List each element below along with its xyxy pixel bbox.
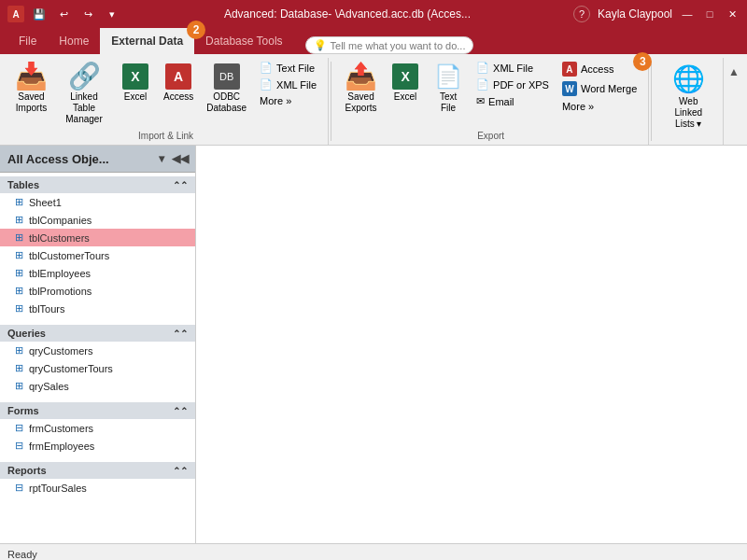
export-buttons: 📤 SavedExports X Excel 📄 TextFile 📄 XML … xyxy=(339,60,642,129)
forms-toggle[interactable]: ⌃⌃ xyxy=(173,406,188,416)
nav-item-qrycustomers[interactable]: ⊞ qryCustomers xyxy=(0,342,195,359)
tab-home[interactable]: Home xyxy=(48,28,100,54)
more-export-btn[interactable]: More » xyxy=(557,99,642,114)
qrycustomertours-label: qryCustomerTours xyxy=(29,363,113,374)
excel-export-label: Excel xyxy=(394,91,416,103)
access-word-col: 3 A Access W Word Merge More » xyxy=(557,60,642,114)
nav-item-frmemployees[interactable]: ⊟ frmEmployees xyxy=(0,437,195,455)
help-btn[interactable]: ? xyxy=(573,6,590,22)
nav-item-qrycustomertours[interactable]: ⊞ qryCustomerTours xyxy=(0,359,195,377)
nav-item-tbltours[interactable]: ⊞ tblTours xyxy=(0,300,195,317)
linked-table-icon: 🔗 xyxy=(68,63,101,90)
title-bar-left: A 💾 ↩ ↪ ▾ xyxy=(7,5,121,23)
nav-item-tblpromotions[interactable]: ⊞ tblPromotions xyxy=(0,282,195,300)
quick-customize-btn[interactable]: ▾ xyxy=(103,5,121,23)
saved-exports-icon: 📤 xyxy=(345,63,377,90)
forms-section-header[interactable]: Forms ⌃⌃ xyxy=(0,402,195,419)
tblemployees-label: tblEmployees xyxy=(29,268,91,279)
email-btn[interactable]: ✉ Email xyxy=(471,93,555,109)
odbc-btn[interactable]: DB ODBCDatabase xyxy=(201,60,252,118)
tblpromotions-icon: ⊞ xyxy=(15,285,23,297)
access-export-btn[interactable]: A Access xyxy=(557,60,642,78)
excel-import-label: Excel xyxy=(124,91,147,103)
text-export-btn[interactable]: 📄 TextFile xyxy=(428,60,469,118)
text-export-label: TextFile xyxy=(440,91,457,114)
tables-label: Tables xyxy=(7,179,39,190)
ribbon-sep-1 xyxy=(331,62,331,141)
nav-menu-btn[interactable]: ▾ xyxy=(154,151,169,166)
word-merge-btn[interactable]: W Word Merge xyxy=(557,79,642,98)
window-title: Advanced: Database- \Advanced.acc.db (Ac… xyxy=(121,7,573,21)
excel-import-btn[interactable]: X Excel xyxy=(115,60,156,106)
nav-item-sheet1[interactable]: ⊞ Sheet1 xyxy=(0,193,195,211)
web-linked-label: Web LinkedLists ▾ xyxy=(665,96,712,130)
tab-external-data[interactable]: External Data 2 xyxy=(100,28,194,54)
ribbon-collapse-btn[interactable]: ▲ xyxy=(725,62,743,82)
pdf-xps-btn[interactable]: 📄 PDF or XPS xyxy=(471,77,555,92)
xml-file-import-btn[interactable]: 📄 XML File xyxy=(254,77,322,92)
rpttoursales-icon: ⊟ xyxy=(15,482,23,494)
access-import-btn[interactable]: A Access xyxy=(158,60,199,106)
odbc-icon: DB xyxy=(214,63,240,90)
linked-table-manager-btn[interactable]: 🔗 Linked TableManager xyxy=(55,60,113,129)
tblpromotions-label: tblPromotions xyxy=(29,286,92,297)
web-linked-group-label xyxy=(659,139,717,143)
excel-export-btn[interactable]: X Excel xyxy=(385,60,426,106)
tables-section: Tables ⌃⌃ ⊞ Sheet1 ⊞ tblCompanies ⊞ tblC… xyxy=(0,173,195,321)
maximize-btn[interactable]: □ xyxy=(702,7,717,21)
nav-item-tblcompanies[interactable]: ⊞ tblCompanies xyxy=(0,211,195,229)
export-group-label: Export xyxy=(339,129,642,143)
frmcustomers-label: frmCustomers xyxy=(29,423,93,434)
qrysales-icon: ⊞ xyxy=(15,380,23,392)
queries-toggle[interactable]: ⌃⌃ xyxy=(173,329,188,339)
text-file-import-btn[interactable]: 📄 Text File xyxy=(254,60,322,76)
saved-imports-btn[interactable]: 📥 SavedImports xyxy=(9,60,53,118)
forms-label: Forms xyxy=(7,405,39,416)
close-btn[interactable]: ✕ xyxy=(725,7,740,21)
reports-toggle[interactable]: ⌃⌃ xyxy=(173,466,188,476)
xml-file-import-icon: 📄 xyxy=(260,78,273,91)
main-area: All Access Obje... ▾ ◀◀ Tables ⌃⌃ ⊞ Shee… xyxy=(0,146,747,543)
quick-undo-btn[interactable]: ↩ xyxy=(54,5,73,23)
xml-export-btn[interactable]: 📄 XML File xyxy=(471,60,555,76)
excel-export-icon: X xyxy=(392,63,418,90)
import-buttons: 📥 SavedImports 🔗 Linked TableManager X E… xyxy=(9,60,322,129)
content-area xyxy=(196,146,747,543)
queries-section-header[interactable]: Queries ⌃⌃ xyxy=(0,325,195,342)
nav-collapse-btn[interactable]: ◀◀ xyxy=(173,151,188,166)
web-linked-lists-btn[interactable]: 🌐 Web LinkedLists ▾ xyxy=(659,60,717,133)
nav-item-qrysales[interactable]: ⊞ qrySales xyxy=(0,377,195,395)
pdf-xps-icon: 📄 xyxy=(476,78,489,91)
reports-section: Reports ⌃⌃ ⊟ rptTourSales xyxy=(0,458,195,500)
ribbon-sep-2 xyxy=(651,62,652,141)
tab-database-tools[interactable]: Database Tools xyxy=(194,28,294,54)
pdf-xps-label: PDF or XPS xyxy=(493,79,549,91)
minimize-btn[interactable]: — xyxy=(680,7,695,21)
nav-item-tblemployees[interactable]: ⊞ tblEmployees xyxy=(0,264,195,282)
tables-section-header[interactable]: Tables ⌃⌃ xyxy=(0,176,195,193)
nav-item-tblcustomers[interactable]: ⊞ tblCustomers 1 xyxy=(0,229,195,246)
frmemployees-label: frmEmployees xyxy=(29,441,94,452)
access-import-icon: A xyxy=(165,63,191,90)
more-export-label: More » xyxy=(562,101,594,112)
quick-save-btn[interactable]: 💾 xyxy=(30,5,49,23)
status-text: Ready xyxy=(7,549,37,560)
saved-exports-btn[interactable]: 📤 SavedExports xyxy=(339,60,383,118)
tbltours-icon: ⊞ xyxy=(15,302,23,315)
nav-item-rpttoursales[interactable]: ⊟ rptTourSales xyxy=(0,479,195,497)
tblcustomertours-label: tblCustomerTours xyxy=(29,250,109,261)
frmemployees-icon: ⊟ xyxy=(15,440,23,452)
import-link-group: 📥 SavedImports 🔗 Linked TableManager X E… xyxy=(4,58,329,145)
import-small-btns: 📄 Text File 📄 XML File More » xyxy=(254,60,322,108)
rpttoursales-label: rptTourSales xyxy=(29,483,87,494)
nav-item-tblcustomertours[interactable]: ⊞ tblCustomerTours xyxy=(0,246,195,264)
nav-item-frmcustomers[interactable]: ⊟ frmCustomers xyxy=(0,419,195,437)
tell-me-input[interactable]: 💡 Tell me what you want to do... xyxy=(305,36,474,54)
quick-redo-btn[interactable]: ↪ xyxy=(78,5,97,23)
tables-toggle[interactable]: ⌃⌃ xyxy=(173,180,188,190)
text-export-icon: 📄 xyxy=(434,63,462,90)
more-import-btn[interactable]: More » xyxy=(254,93,322,108)
qrycustomers-label: qryCustomers xyxy=(29,345,92,357)
reports-section-header[interactable]: Reports ⌃⌃ xyxy=(0,462,195,479)
tab-file[interactable]: File xyxy=(7,28,48,54)
